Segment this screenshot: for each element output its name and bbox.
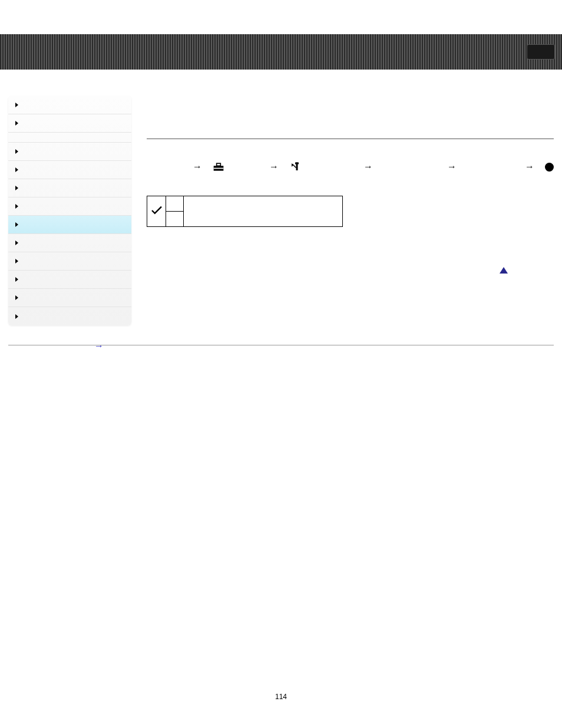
back-to-top[interactable] [147,267,554,274]
table-row [147,196,343,212]
chevron-right-icon [15,149,18,154]
settings-table [147,196,343,227]
sidebar-item-7[interactable] [8,234,131,252]
chevron-right-icon [15,277,18,282]
check-cell [147,196,166,227]
chevron-right-icon [15,167,18,172]
arrow-right-icon: → [447,162,457,172]
checkmark-icon [151,209,163,217]
sidebar-item-10[interactable] [8,289,131,307]
sidebar-item-9[interactable] [8,271,131,289]
arrow-right-icon: → [363,162,373,172]
main-layout: → → → → → [0,96,562,325]
sidebar-item-8[interactable] [8,252,131,271]
chevron-right-icon [15,103,18,107]
sidebar-item-2[interactable] [8,143,131,161]
section-rule [147,139,554,139]
triangle-up-icon [500,267,508,274]
toolbox-icon [213,162,224,172]
chevron-right-icon [15,204,18,209]
page-number: 114 [0,693,562,701]
sidebar-item-11[interactable] [8,307,131,325]
header-band [0,34,562,70]
sidebar-item-4[interactable] [8,179,131,197]
chevron-right-icon [15,314,18,319]
sidebar-gap [8,133,131,143]
content-area: → → → → → [131,96,554,325]
arrow-right-icon: → [193,162,202,172]
sidebar-item-1[interactable] [8,114,131,133]
tools-icon [289,162,301,172]
arrow-right-icon: → [269,162,279,172]
svg-rect-4 [295,163,299,164]
chevron-right-icon [15,222,18,227]
header-badge-box [527,44,555,60]
svg-rect-2 [214,168,224,169]
table-cell-a1 [166,196,184,212]
sidebar-item-5[interactable] [8,197,131,216]
footer-rule [8,345,554,345]
chevron-right-icon [15,186,18,190]
chevron-right-icon [15,259,18,263]
record-dot-icon [545,163,554,172]
chevron-right-icon [15,121,18,126]
sidebar-more-arrow-icon[interactable]: → [94,341,104,351]
table-cell-a2 [166,212,184,227]
sidebar-item-3[interactable] [8,161,131,179]
sidebar-item-0[interactable] [8,96,131,114]
chevron-right-icon [15,241,18,245]
breadcrumb-path: → → → → → [147,162,554,172]
chevron-right-icon [15,295,18,300]
arrow-right-icon: → [525,162,534,172]
sidebar [8,96,131,325]
svg-rect-1 [217,163,221,166]
table-cell-b [184,196,343,227]
sidebar-item-6[interactable] [8,216,131,234]
